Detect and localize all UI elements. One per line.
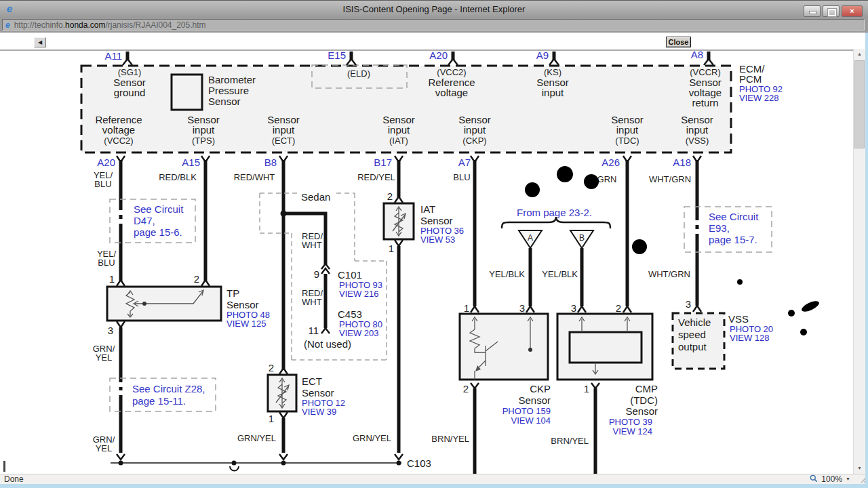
c101-view-link[interactable]: VIEW 216 <box>339 289 379 299</box>
wire-color-red-wht-sedan-2: WHT <box>302 297 322 307</box>
ecm-out-vss: input <box>686 124 709 136</box>
see-circuit-d47-text[interactable]: page 15-6. <box>134 226 182 238</box>
tp-view-link[interactable]: VIEW 125 <box>226 319 267 329</box>
back-button[interactable]: ◀ <box>34 37 46 47</box>
page-toolbar: ◀ Close <box>0 33 868 49</box>
window-title: ISIS-Content Opening Page - Internet Exp… <box>0 4 868 14</box>
c101-name: C101 <box>338 269 362 281</box>
wire-color-grn-yel-2: YEL <box>96 443 113 453</box>
see-circuit-e93-text[interactable]: E93, <box>709 222 730 234</box>
top-pin-wires <box>127 52 709 60</box>
wire-color-yel-blu-2: BLU <box>98 258 115 268</box>
scroll-down-button[interactable]: ▼ <box>854 463 865 474</box>
ecm-out-vcc2: (VCC2) <box>104 136 133 146</box>
wiring-diagram: A11 E15 A20 A9 A8 (SG1) Sensor ground Ba… <box>0 49 853 474</box>
see-circuit-z28-link[interactable]: See Circuit Z28, page 15-11. <box>132 383 205 407</box>
ecm-out-tps: (TPS) <box>192 136 215 146</box>
pin-label-a11: A11 <box>104 50 122 62</box>
ckp-sensor-name: CKP <box>530 383 551 394</box>
wire-color-yel-blu: BLU <box>94 179 111 189</box>
baro-label: Sensor <box>208 96 241 107</box>
iat-view-link[interactable]: VIEW 53 <box>420 235 455 245</box>
scroll-up-button[interactable]: ▲ <box>854 49 865 60</box>
vss-box-label: output <box>678 341 707 352</box>
ecm-out-vcc2: voltage <box>102 124 135 136</box>
close-window-button[interactable]: × <box>842 5 863 17</box>
wire-color-blu: BLU <box>453 172 470 182</box>
wire-color-red-yel: RED/YEL <box>357 172 395 182</box>
zoom-dropdown-icon[interactable]: ▼ <box>846 474 850 484</box>
wire-color-grn-yel-1: YEL <box>96 352 113 363</box>
ckp-photo-link[interactable]: PHOTO 159 <box>502 406 551 416</box>
cmp-view-link[interactable]: VIEW 124 <box>612 426 652 436</box>
eld-label: (ELD) <box>347 68 370 79</box>
scrollbar-thumb[interactable] <box>854 60 865 148</box>
pin-label-b17: B17 <box>374 157 392 168</box>
see-circuit-d47-link[interactable]: See Circuit D47, page 15-6. <box>134 203 184 238</box>
vertical-scrollbar[interactable]: ▲ ▼ <box>853 49 865 474</box>
ecm-vccr-label: (VCCR) <box>690 67 721 77</box>
window-controls: × <box>804 5 863 17</box>
c453-view-link[interactable]: VIEW 203 <box>339 328 379 338</box>
cmp-pin-2: 2 <box>616 302 621 314</box>
c453-name: C453 <box>338 308 362 320</box>
ecm-sg1-label: ground <box>114 87 146 98</box>
window-frame-bottom <box>0 484 868 488</box>
pin-label-a18: A18 <box>673 157 691 168</box>
url-domain: honda.com <box>65 20 105 30</box>
ecm-ks-label: input <box>542 87 564 98</box>
ecm-ks-label: (KS) <box>544 67 561 77</box>
see-circuit-z28-text[interactable]: See Circuit Z28, <box>132 383 205 394</box>
ckp-pin-1: 1 <box>464 302 469 314</box>
see-circuit-d47-text[interactable]: See Circuit <box>134 203 184 215</box>
not-used-label: (Not used) <box>304 338 351 350</box>
see-circuit-e93-text[interactable]: page 15-7. <box>709 234 757 245</box>
pin-label-a7: A7 <box>458 157 471 168</box>
tp-wiper-dot <box>142 302 146 306</box>
cmp-photo-link[interactable]: PHOTO 39 <box>609 417 652 427</box>
wire-color-red-wht-sedan-1: WHT <box>302 240 322 250</box>
status-text: Done <box>4 474 24 484</box>
url-scheme-host: http://techinfo. <box>14 20 65 30</box>
ect-view-link[interactable]: VIEW 39 <box>302 407 336 417</box>
see-circuit-z28-text[interactable]: page 15-11. <box>132 395 186 407</box>
vss-pin-3: 3 <box>686 298 691 310</box>
wire-color-red-wht: RED/WHT <box>234 172 275 182</box>
see-circuit-e93-text[interactable]: See Circuit <box>709 211 759 222</box>
page-favicon-icon: e <box>5 20 10 30</box>
url-input[interactable]: ehttp://techinfo.honda.com/rjanisis/RJAA… <box>2 19 865 30</box>
vss-box-label: speed <box>678 329 706 340</box>
cmp-pin-3: 3 <box>571 302 576 314</box>
triangle-a-label: A <box>528 233 533 243</box>
vss-view-link[interactable]: VIEW 128 <box>730 333 770 343</box>
pin-label-a20-top: A20 <box>429 49 448 61</box>
ecm-view-link[interactable]: VIEW 228 <box>739 93 779 103</box>
ecm-out-ect: input <box>273 124 295 136</box>
pin-label-a8: A8 <box>691 49 703 60</box>
pin-label-a26: A26 <box>601 157 620 168</box>
brace <box>502 217 610 228</box>
wire-junction-dot <box>281 211 287 217</box>
maximize-button[interactable] <box>823 5 840 17</box>
ckp-view-link[interactable]: VIEW 104 <box>511 415 551 426</box>
from-page-link[interactable]: From page 23-2. <box>517 207 592 218</box>
ecm-out-ect: (ECT) <box>272 136 296 146</box>
ckp-pin-3: 3 <box>519 302 525 314</box>
baro-sensor-box <box>172 75 202 110</box>
ckp-node-dot <box>528 348 532 352</box>
ecm-out-tps: input <box>193 124 215 136</box>
titlebar: e ISIS-Content Opening Page - Internet E… <box>0 0 868 18</box>
c103-connector-arc <box>230 466 239 471</box>
ecm-out-tdc: input <box>616 124 639 136</box>
wire-color-grn-yel-iat: GRN/YEL <box>353 433 391 443</box>
wire-color-yel-blk-a: YEL/BLK <box>489 269 525 279</box>
minimize-button[interactable] <box>804 5 821 17</box>
minimize-icon <box>809 11 816 14</box>
see-circuit-e93-link[interactable]: See Circuit E93, page 15-7. <box>709 211 759 245</box>
zoom-control[interactable]: 100% ▼ <box>810 474 850 484</box>
see-circuit-d47-text[interactable]: D47, <box>134 215 155 226</box>
wire-color-red-blk: RED/BLK <box>159 172 197 182</box>
close-button[interactable]: Close <box>666 37 691 47</box>
pin-label-a20: A20 <box>97 157 115 168</box>
top-pin-terminals <box>123 59 713 65</box>
